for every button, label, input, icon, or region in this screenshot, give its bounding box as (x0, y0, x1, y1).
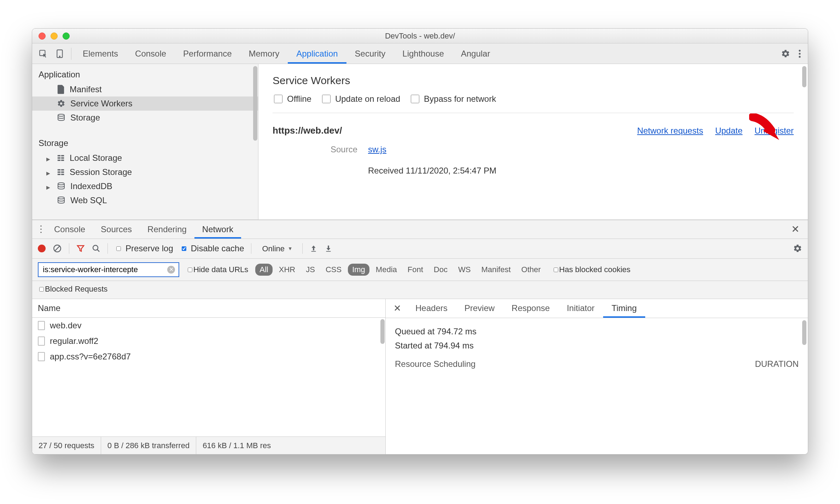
tab-angular[interactable]: Angular (453, 43, 499, 64)
offline-checkbox[interactable]: Offline (273, 94, 311, 104)
detail-tab-headers[interactable]: Headers (407, 299, 456, 318)
service-workers-panel: Service Workers Offline Update on reload… (258, 64, 808, 219)
tab-application[interactable]: Application (288, 43, 346, 64)
drawer-tab-sources[interactable]: Sources (93, 220, 140, 239)
sidebar-item-indexeddb[interactable]: IndexedDB (32, 179, 258, 193)
filter-type-img[interactable]: Img (348, 264, 369, 276)
bypass-checkbox[interactable]: Bypass for network (409, 94, 496, 104)
device-toolbar-icon[interactable] (52, 47, 68, 61)
file-icon (38, 321, 45, 330)
svg-rect-12 (61, 160, 64, 161)
sidebar-item-service-workers[interactable]: Service Workers (32, 96, 258, 111)
download-icon[interactable] (325, 245, 332, 252)
tab-lighthouse[interactable]: Lighthouse (394, 43, 452, 64)
preserve-log-checkbox[interactable]: Preserve log (115, 244, 173, 253)
update-link[interactable]: Update (715, 126, 742, 136)
titlebar: DevTools - web.dev/ (32, 29, 808, 43)
filter-type-manifest[interactable]: Manifest (477, 264, 515, 276)
panel-heading: Service Workers (273, 75, 794, 87)
drawer-close-icon[interactable]: ✕ (786, 223, 804, 235)
window-title: DevTools - web.dev/ (32, 31, 808, 41)
db-icon (57, 113, 65, 122)
drawer-tab-network[interactable]: Network (194, 220, 241, 239)
file-icon (38, 352, 45, 361)
application-sidebar: ApplicationManifestService WorkersStorag… (32, 64, 258, 219)
detail-close-icon[interactable]: ✕ (388, 303, 407, 314)
svg-point-5 (799, 56, 800, 58)
detail-tab-response[interactable]: Response (503, 299, 558, 318)
svg-point-23 (93, 245, 98, 250)
resources-size: 616 kB / 1.1 MB res (196, 437, 277, 454)
svg-point-3 (799, 49, 800, 51)
detail-tab-timing[interactable]: Timing (603, 299, 645, 318)
detail-tab-initiator[interactable]: Initiator (558, 299, 603, 318)
filter-type-js[interactable]: JS (302, 264, 319, 276)
file-icon (57, 85, 65, 94)
source-file-link[interactable]: sw.js (368, 145, 386, 154)
detail-tab-preview[interactable]: Preview (456, 299, 503, 318)
hide-data-urls-checkbox[interactable]: Hide data URLs (186, 265, 248, 274)
filter-type-css[interactable]: CSS (321, 264, 346, 276)
sidebar-item-storage[interactable]: Storage (32, 111, 258, 125)
clear-filter-icon[interactable]: ✕ (167, 266, 175, 274)
svg-point-19 (58, 183, 64, 185)
settings-icon[interactable] (777, 47, 794, 61)
clear-icon[interactable] (53, 244, 62, 253)
filter-type-doc[interactable]: Doc (430, 264, 452, 276)
filter-icon[interactable] (76, 244, 85, 253)
filter-type-media[interactable]: Media (372, 264, 401, 276)
tab-elements[interactable]: Elements (74, 43, 127, 64)
sidebar-item-local-storage[interactable]: Local Storage (32, 151, 258, 165)
gear-icon (57, 99, 65, 108)
search-icon[interactable] (92, 244, 100, 253)
filter-type-font[interactable]: Font (403, 264, 427, 276)
record-button[interactable] (38, 245, 46, 252)
request-row[interactable]: app.css?v=6e2768d7 (32, 349, 385, 364)
drawer-tab-console[interactable]: Console (46, 220, 93, 239)
inspect-icon[interactable] (35, 47, 51, 61)
network-toolbar: Preserve log Disable cache Online (32, 239, 808, 259)
sidebar-item-session-storage[interactable]: Session Storage (32, 165, 258, 179)
drawer-tab-rendering[interactable]: Rendering (140, 220, 194, 239)
filter-type-ws[interactable]: WS (454, 264, 475, 276)
request-row[interactable]: regular.woff2 (32, 333, 385, 349)
svg-point-4 (799, 53, 800, 54)
content-scrollbar[interactable] (802, 66, 806, 87)
svg-point-2 (59, 56, 60, 57)
svg-rect-10 (61, 157, 64, 159)
resource-scheduling-label: Resource Scheduling (395, 359, 476, 369)
filter-type-other[interactable]: Other (517, 264, 545, 276)
more-icon[interactable] (794, 47, 805, 61)
transferred-size: 0 B / 286 kB transferred (101, 437, 196, 454)
tab-performance[interactable]: Performance (175, 43, 240, 64)
filter-type-all[interactable]: All (255, 264, 272, 276)
request-list-scrollbar[interactable] (380, 319, 385, 344)
disable-cache-checkbox[interactable]: Disable cache (180, 244, 244, 253)
tab-memory[interactable]: Memory (240, 43, 288, 64)
svg-rect-15 (58, 171, 60, 173)
started-text: Started at 794.94 ms (395, 339, 799, 353)
has-blocked-cookies-checkbox[interactable]: Has blocked cookies (552, 265, 631, 274)
sidebar-scrollbar[interactable] (253, 66, 257, 141)
svg-rect-8 (61, 155, 64, 157)
network-filter-input[interactable]: ✕ (38, 262, 179, 277)
svg-line-24 (97, 250, 99, 252)
blocked-requests-checkbox[interactable]: Blocked Requests (38, 285, 107, 293)
upload-icon[interactable] (310, 245, 317, 252)
throttling-select[interactable]: Online (258, 243, 295, 254)
drawer-more-icon[interactable]: ⋮ (36, 224, 46, 235)
name-column-header[interactable]: Name (32, 299, 385, 318)
svg-rect-13 (58, 169, 60, 171)
svg-rect-17 (58, 174, 60, 175)
filter-type-xhr[interactable]: XHR (275, 264, 299, 276)
tab-security[interactable]: Security (346, 43, 394, 64)
network-requests-link[interactable]: Network requests (637, 126, 703, 136)
request-row[interactable]: web.dev (32, 318, 385, 333)
tab-console[interactable]: Console (127, 43, 175, 64)
update-on-reload-checkbox[interactable]: Update on reload (321, 94, 400, 104)
sidebar-section-storage: Storage (32, 133, 258, 151)
sidebar-item-manifest[interactable]: Manifest (32, 82, 258, 96)
sidebar-item-web-sql[interactable]: Web SQL (32, 193, 258, 207)
detail-scrollbar[interactable] (802, 320, 806, 345)
network-settings-icon[interactable] (793, 244, 802, 253)
